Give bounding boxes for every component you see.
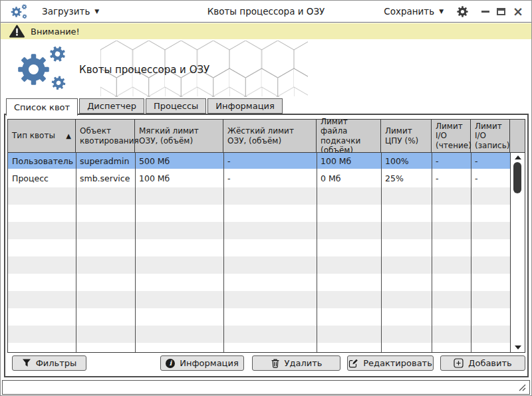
cell-soft-ram-limit: 500 Мб: [135, 153, 223, 169]
minimize-button[interactable]: [481, 11, 489, 13]
filter-funnel-icon: [22, 359, 31, 367]
table-row-process-smb[interactable]: Процесс smb.service 100 Мб - 0 Мб 25% - …: [8, 170, 510, 187]
warning-banner-text: Внимание!: [31, 27, 80, 37]
information-button[interactable]: i Информация: [160, 355, 244, 371]
status-bar: [2, 380, 530, 395]
cell-quota-object: superadmin: [76, 153, 135, 169]
page-title: Квоты процессора и ОЗУ: [79, 64, 209, 76]
cell-hard-ram-limit: -: [223, 153, 317, 169]
tab-bar: Список квот Диспетчер Процессы Информаци…: [6, 98, 283, 116]
tab-quota-list[interactable]: Список квот: [6, 98, 78, 116]
cell-cpu-limit: 100%: [381, 153, 432, 169]
column-header-hard-ram-limit[interactable]: Жёсткий лимит ОЗУ, (объём): [223, 120, 317, 152]
cell-swap-limit: 100 Мб: [317, 153, 381, 169]
chevron-down-icon: ▼: [94, 9, 99, 15]
cell-io-write: -: [471, 170, 510, 186]
quota-list-panel: Тип квоты ▲ Объект квотирования Мягкий л…: [4, 114, 529, 377]
column-header-io-write-limit[interactable]: Лимит I/O (запись): [471, 120, 510, 152]
warning-banner: Внимание!: [1, 23, 531, 39]
add-button[interactable]: Добавить: [440, 355, 525, 371]
edit-pencil-icon: [348, 358, 358, 368]
plus-square-icon: [454, 358, 464, 368]
empty-row: [8, 326, 510, 343]
vertical-scrollbar[interactable]: [510, 153, 525, 352]
cell-swap-limit: 0 Мб: [317, 170, 381, 186]
settings-gear-icon[interactable]: [456, 5, 469, 19]
page-header: Квоты процессора и ОЗУ: [1, 39, 531, 98]
empty-row: [8, 239, 510, 256]
chevron-down-icon: ▼: [439, 9, 444, 15]
tab-dispatcher[interactable]: Диспетчер: [79, 98, 144, 114]
scroll-up-icon[interactable]: [515, 155, 521, 159]
table-row-user-superadmin[interactable]: Пользователь superadmin 500 Мб - 100 Мб …: [8, 153, 510, 170]
cell-soft-ram-limit: 100 Мб: [135, 170, 223, 186]
scrollbar-thumb[interactable]: [513, 162, 521, 193]
column-header-quota-object[interactable]: Объект квотирования: [76, 120, 135, 152]
scroll-down-icon[interactable]: [515, 346, 521, 349]
trash-icon: [271, 358, 280, 368]
column-header-quota-type[interactable]: Тип квоты ▲: [8, 120, 76, 152]
column-header-swap-limit[interactable]: Лимит файла подкачки (объём): [317, 120, 381, 152]
save-button-label: Сохранить: [384, 6, 434, 17]
empty-row: [8, 274, 510, 291]
cell-hard-ram-limit: -: [223, 170, 317, 186]
cell-io-read: -: [432, 153, 471, 169]
quota-table: Тип квоты ▲ Объект квотирования Мягкий л…: [7, 119, 525, 353]
load-dropdown-button[interactable]: Загрузить ▼: [42, 6, 99, 17]
table-header-corner: [510, 120, 525, 152]
table-header-row: Тип квоты ▲ Объект квотирования Мягкий л…: [8, 120, 525, 153]
empty-row: [8, 205, 510, 222]
column-header-cpu-limit[interactable]: Лимит ЦПУ (%): [381, 120, 432, 152]
gears-logo-icon: [17, 43, 72, 94]
warning-triangle-icon: [9, 25, 25, 38]
close-button[interactable]: ×: [513, 7, 523, 16]
app-window: Загрузить ▼ Квоты процессора и ОЗУ Сохра…: [0, 0, 532, 396]
edit-button[interactable]: Редактировать: [347, 355, 434, 371]
maximize-button[interactable]: [497, 8, 505, 15]
tab-information[interactable]: Информация: [207, 98, 282, 114]
empty-row: [8, 222, 510, 239]
empty-row: [8, 308, 510, 326]
column-header-io-read-limit[interactable]: Лимит I/O (чтение): [432, 120, 471, 152]
cell-io-write: -: [471, 153, 510, 169]
cell-io-read: -: [432, 170, 471, 186]
column-header-soft-ram-limit[interactable]: Мягкий лимит ОЗУ, (объём): [135, 120, 223, 152]
save-dropdown-button[interactable]: Сохранить ▼: [384, 6, 444, 17]
empty-row: [8, 256, 510, 274]
cell-quota-object: smb.service: [76, 170, 135, 186]
delete-button[interactable]: Удалить: [252, 355, 340, 371]
resize-grip[interactable]: [517, 383, 527, 392]
app-logo-gears-icon: [11, 3, 29, 20]
tab-processes[interactable]: Процессы: [146, 98, 206, 114]
cell-quota-type: Пользователь: [8, 153, 76, 169]
sort-ascending-icon: ▲: [66, 132, 71, 140]
empty-row: [8, 291, 510, 308]
table-body: Пользователь superadmin 500 Мб - 100 Мб …: [8, 153, 510, 352]
info-circle-icon: i: [166, 359, 175, 368]
action-button-bar: Фильтры i Информация Удалить: [7, 355, 525, 371]
title-bar: Загрузить ▼ Квоты процессора и ОЗУ Сохра…: [1, 1, 531, 23]
load-button-label: Загрузить: [42, 6, 90, 17]
cell-quota-type: Процесс: [8, 170, 76, 186]
filters-button[interactable]: Фильтры: [12, 355, 86, 371]
empty-row: [8, 187, 510, 205]
empty-row: [8, 343, 510, 352]
cell-cpu-limit: 25%: [381, 170, 432, 186]
